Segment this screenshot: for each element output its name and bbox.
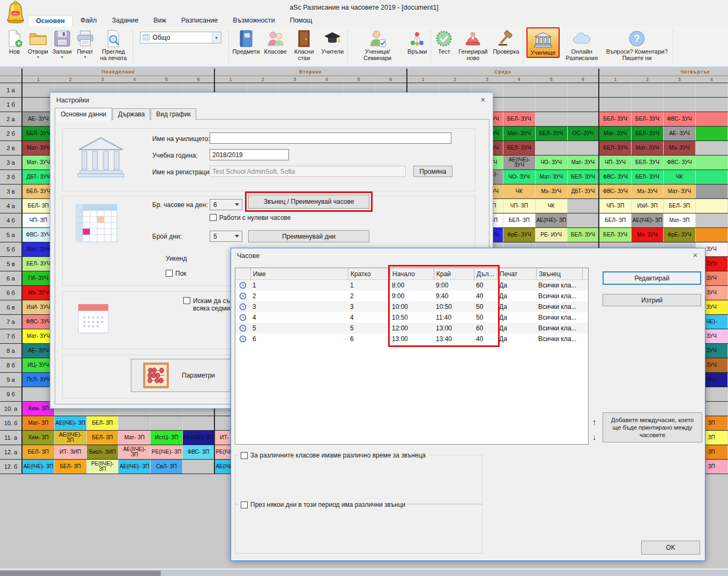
menu-tab-Възможности[interactable]: Възможности: [225, 15, 282, 26]
classes-button[interactable]: Класове: [262, 27, 289, 55]
timetable-cell[interactable]: [696, 199, 728, 213]
column-header-Име[interactable]: Име: [250, 268, 348, 279]
class-row-label[interactable]: 2 в: [0, 141, 23, 155]
timetable-cell[interactable]: Мат- ЗУЧ: [568, 156, 600, 169]
timetable-cell[interactable]: [503, 83, 536, 97]
class-row-label[interactable]: 3 а: [0, 156, 23, 169]
period-row[interactable]: 118:009:0060ДаВсички кла...: [235, 280, 588, 291]
timetable-cell[interactable]: [696, 83, 728, 97]
class-row-label[interactable]: 4 а: [0, 199, 23, 213]
timetable-cell[interactable]: [632, 83, 664, 97]
rename-days-button[interactable]: Преименувай дни: [248, 230, 369, 242]
timetable-cell[interactable]: АЕ(IЧЕ)- ЗП: [23, 460, 55, 474]
timetable-cell[interactable]: ЧП- ЗП: [599, 199, 632, 213]
timetable-cell[interactable]: БЕЛ- ЗУЧ: [536, 127, 568, 141]
timetable-cell[interactable]: РЕ(IIЧЕ)- ЗП: [87, 460, 119, 474]
class-row-label[interactable]: 2 а: [0, 112, 23, 126]
timetable-cell[interactable]: [568, 213, 600, 227]
timetable-cell[interactable]: Биол- ЗИП: [87, 445, 119, 459]
timetable-cell[interactable]: АЕ(IЧЕ)- ЗП: [118, 460, 151, 474]
timetable-cell[interactable]: [696, 127, 728, 141]
class-row-label[interactable]: 8 а: [0, 344, 23, 358]
column-header-blank[interactable]: [582, 268, 589, 279]
class-row-label[interactable]: 1 б: [0, 98, 23, 112]
subjects-button[interactable]: Предмети: [231, 27, 262, 55]
timetable-cell[interactable]: ИзИ- ЗП: [632, 199, 664, 213]
print-preview-button[interactable]: Преглед на печата: [96, 27, 131, 61]
timetable-cell[interactable]: Мат- ЗУЧ: [632, 141, 664, 155]
timetable-cell[interactable]: Мат- ЗП: [23, 416, 55, 430]
class-row-label[interactable]: 2 б: [0, 127, 23, 141]
timetable-cell[interactable]: [183, 460, 215, 474]
timetable-cell[interactable]: БЕЛ- ЗП: [55, 460, 87, 474]
period-row[interactable]: 6613:0013:4040ДаВсички кла...: [235, 334, 588, 344]
change-button[interactable]: Промяна: [413, 166, 452, 177]
timetable-cell[interactable]: Мат- ЗУЧ: [536, 170, 568, 184]
timetable-cell[interactable]: Мз- ЗУЧ: [536, 184, 568, 198]
settings-tab-Държава[interactable]: Държава: [113, 108, 150, 120]
timetable-cell[interactable]: ФВС- ЗУЧ: [664, 156, 696, 169]
timetable-cell[interactable]: [536, 112, 568, 126]
timetable-cell[interactable]: [568, 98, 600, 112]
column-header-blank[interactable]: [235, 268, 250, 279]
timetable-cell[interactable]: БЕЛ- ЗУЧ: [568, 228, 600, 242]
timetable-cell[interactable]: [151, 416, 183, 430]
class-row-label[interactable]: 8 б: [0, 358, 23, 372]
class-row-label[interactable]: 10. б: [0, 416, 23, 430]
timetable-cell[interactable]: [696, 98, 728, 112]
class-row-label[interactable]: 4 б: [0, 213, 23, 227]
delete-button[interactable]: Изтрий: [603, 294, 701, 306]
view-combo[interactable]: Общо ▼: [140, 32, 221, 43]
timetable-cell[interactable]: РЕ(IЧЕ)- ЗП: [151, 445, 183, 459]
settings-tab-Вид график[interactable]: Вид график: [151, 108, 196, 120]
days-count-select[interactable]: 5: [210, 231, 242, 242]
column-header-Кратко[interactable]: Кратко: [348, 268, 390, 279]
timetable-cell[interactable]: АЕ(IЧЕ)- ЗП: [55, 416, 87, 430]
class-row-label[interactable]: 7 а: [0, 315, 23, 329]
column-header-Печат[interactable]: Печат: [497, 268, 536, 279]
class-row-label[interactable]: 12. б: [0, 460, 23, 474]
timetable-cell[interactable]: ФВС- ЗУЧ: [599, 184, 632, 198]
timetable-cell[interactable]: [696, 213, 728, 227]
partial-checkbox-row[interactable]: Пок: [166, 270, 187, 277]
timetable-cell[interactable]: [536, 83, 568, 97]
class-row-label[interactable]: 6 а: [0, 271, 23, 285]
timetable-cell[interactable]: БЕЛ- ЗУЧ: [599, 228, 632, 242]
timetable-cell[interactable]: [599, 98, 632, 112]
partial-checkbox[interactable]: [166, 270, 173, 277]
menu-tab-Задание[interactable]: Задание: [105, 15, 146, 26]
menu-tab-Виж[interactable]: Виж: [146, 15, 174, 26]
timetable-cell[interactable]: ДБТ- ЗУЧ: [568, 184, 600, 198]
timetable-cell[interactable]: Мат- ЗП: [664, 213, 696, 227]
timetable-cell[interactable]: [696, 112, 728, 126]
timetable-cell[interactable]: БЕЛ- ЗУЧ: [568, 170, 600, 184]
timetable-cell[interactable]: Мз- ЗУЧ: [632, 184, 664, 198]
class-row-label[interactable]: 9 а: [0, 373, 23, 387]
class-row-label[interactable]: 5 б: [0, 242, 23, 256]
timetable-cell[interactable]: [503, 98, 536, 112]
timetable-cell[interactable]: [696, 156, 728, 169]
timetable-cell[interactable]: ЧК: [664, 170, 696, 184]
online-timetables-button[interactable]: Онлайн Разписания: [561, 27, 603, 61]
timetable-cell[interactable]: [696, 170, 728, 184]
open-dropdown-arrow-icon[interactable]: ▼: [36, 55, 40, 60]
open-button[interactable]: Отвори ▼: [26, 27, 50, 60]
timetable-cell[interactable]: АЕ(IIЧЕ)- ЗП: [55, 431, 87, 445]
periods-per-day-select[interactable]: 6: [210, 199, 242, 210]
timetable-cell[interactable]: БЕЛ- ЗП: [87, 431, 119, 445]
move-up-icon[interactable]: ↑: [592, 417, 597, 426]
timetable-cell[interactable]: Мат- ЗУЧ: [664, 184, 696, 198]
timetable-cell[interactable]: Мз- ЗУЧ: [632, 228, 664, 242]
zero-periods-checkbox[interactable]: [210, 214, 217, 221]
timetable-cell[interactable]: БЕЛ- ЗП: [87, 416, 119, 430]
timetable-cell[interactable]: ЧО- ЗУЧ: [503, 170, 536, 184]
move-down-icon[interactable]: ↓: [592, 432, 597, 441]
timetable-cell[interactable]: БЕЛ- ЗУЧ: [599, 141, 632, 155]
column-header-Дъл...[interactable]: Дъл...: [474, 268, 497, 279]
class-row-label[interactable]: 5 а: [0, 228, 23, 242]
school-year-input[interactable]: [210, 149, 289, 160]
timetable-cell[interactable]: БЕЛ- ЗП: [503, 213, 536, 227]
timetable-cell[interactable]: БЕЛ- ЗУЧ: [632, 170, 664, 184]
timetable-cell[interactable]: [696, 141, 728, 155]
timetable-cell[interactable]: [536, 141, 568, 155]
